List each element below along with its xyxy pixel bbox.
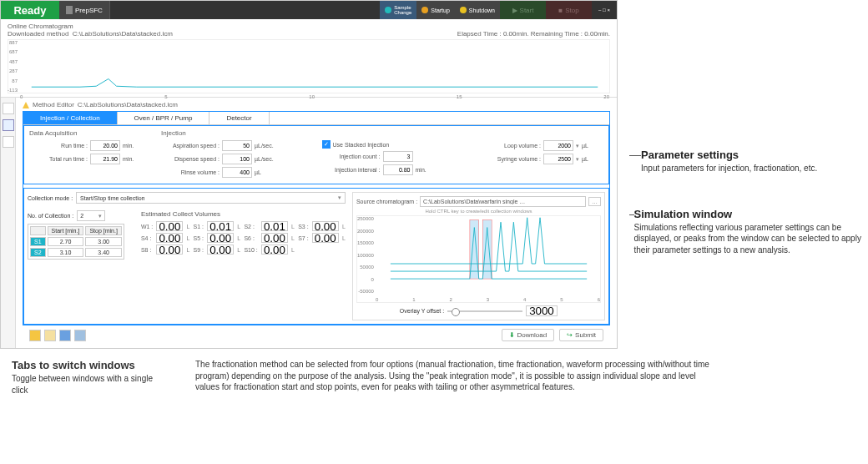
ecv-value-input[interactable] — [207, 221, 234, 231]
ecv-value-input[interactable] — [156, 245, 183, 255]
tab-injection-collection[interactable]: Injection / Collection — [23, 112, 118, 124]
method-editor-icon — [23, 102, 29, 108]
stop-icon: ■ — [558, 7, 563, 14]
overlay-offset-input[interactable] — [526, 305, 558, 316]
callout-title: Tabs to switch windows — [12, 359, 162, 371]
window-controls[interactable]: – □ × — [592, 1, 617, 19]
parameter-panel: Data Acquisition Run time : min. Total r… — [23, 125, 609, 184]
group-title: Injection — [161, 129, 305, 137]
no-of-collection-select[interactable]: 2▾ — [77, 210, 105, 221]
chevron-down-icon[interactable]: ▾ — [576, 143, 579, 149]
use-stacked-checkbox[interactable]: ✓ — [322, 140, 331, 149]
submit-icon: ↪ — [567, 331, 573, 339]
callout-text: Simulations reflecting various parameter… — [634, 222, 869, 256]
startup-button[interactable]: Startup — [416, 1, 455, 19]
flask-icon — [66, 6, 73, 14]
stop-button[interactable]: ■ Stop — [546, 1, 592, 19]
callout-title: Simulation window — [634, 208, 869, 220]
dispense-speed-input[interactable] — [222, 154, 252, 164]
callout-title: Parameter settings — [641, 149, 817, 161]
total-run-time-input[interactable] — [90, 154, 120, 164]
ecv-grid: W1 :LS1 :LS2 :LS3 :LS4 :LS5 :LS6 :LS7 :L… — [141, 221, 346, 255]
ecv-value-input[interactable] — [156, 221, 183, 231]
sample-change-button[interactable]: Sample Change — [380, 1, 416, 19]
toolbar-icon-3[interactable] — [59, 330, 71, 341]
editor-tabs: Injection / Collection Oven / BPR / Pump… — [23, 112, 609, 125]
collection-table: Start [min.]Stop [min.] S12.703.00 S23.1… — [28, 224, 124, 260]
method-editor-title: Method Editor — [33, 101, 74, 108]
shutdown-button[interactable]: Shutdown — [455, 1, 500, 19]
toolbar-icon-2[interactable] — [44, 330, 56, 341]
injection-interval-input[interactable] — [383, 164, 413, 175]
chevron-down-icon[interactable]: ▾ — [576, 156, 579, 163]
ecv-value-input[interactable] — [207, 245, 234, 255]
download-button[interactable]: ⬇ Download — [502, 329, 555, 341]
run-time-input[interactable] — [90, 140, 120, 151]
module-tab-prepsfc[interactable]: PrepSFC — [59, 1, 110, 19]
ecv-value-input[interactable] — [312, 233, 339, 243]
elapsed-text: Elapsed Time : 0.00min. Remaining Time :… — [457, 30, 610, 38]
toolbar-icon-4[interactable] — [74, 330, 86, 341]
callout-text: Toggle between windows with a single cli… — [12, 373, 162, 396]
group-title: Data Acquisition — [29, 129, 144, 137]
ecv-value-input[interactable] — [207, 233, 234, 243]
ecv-value-input[interactable] — [156, 233, 183, 243]
download-icon: ⬇ — [509, 331, 515, 339]
chromatogram-plot[interactable]: 887687487 28787-113 0510 1520 — [8, 39, 610, 93]
app-window: Ready PrepSFC Sample Change Startup Shut… — [0, 0, 618, 349]
submit-button[interactable]: ↪ Submit — [559, 329, 603, 341]
ecv-title: Estimated Collect Volumes — [141, 210, 346, 218]
description-text: The fractionation method can be selected… — [195, 359, 713, 393]
source-chromatogram-select[interactable]: C:\LabSolutions\Data\warfarin single … — [420, 196, 586, 207]
overlay-offset-slider[interactable] — [447, 310, 522, 312]
simulation-plot[interactable]: 250000200000150000 100000500000-50000 01… — [356, 215, 601, 303]
syringe-volume-input[interactable] — [543, 154, 573, 164]
tab-oven-bpr-pump[interactable]: Oven / BPR / Pump — [118, 112, 210, 124]
callout-text: Input parameters for injection, fraction… — [641, 163, 817, 174]
table-row[interactable]: S12.703.00 — [30, 237, 122, 246]
start-button[interactable]: ▶ Start — [500, 1, 546, 19]
simulation-panel: Source chromatogram : C:\LabSolutions\Da… — [352, 192, 605, 320]
table-row[interactable]: S23.103.40 — [30, 248, 122, 257]
browse-button[interactable]: … — [588, 197, 601, 206]
method-path: C:\LabSolutions\Data\stacked.lcm — [78, 101, 178, 108]
aspiration-speed-input[interactable] — [222, 140, 252, 151]
side-tab-bar — [1, 98, 16, 348]
moon-icon — [460, 7, 467, 13]
side-tab-3[interactable] — [3, 136, 14, 148]
injection-count-input[interactable] — [383, 151, 413, 162]
side-tab-1[interactable] — [3, 103, 14, 114]
toolbar-icon-1[interactable] — [29, 330, 41, 341]
y-axis: 887687487 28787-113 — [6, 40, 18, 93]
tab-detector[interactable]: Detector — [209, 112, 269, 124]
ecv-value-input[interactable] — [312, 221, 339, 231]
ecv-value-input[interactable] — [261, 233, 288, 243]
play-icon: ▶ — [512, 7, 517, 14]
x-axis: 0510 1520 — [20, 94, 609, 99]
side-tab-2[interactable] — [3, 119, 14, 131]
loop-volume-input[interactable] — [543, 140, 573, 151]
sample-change-icon — [385, 7, 391, 13]
rinse-volume-input[interactable] — [222, 167, 252, 178]
status-ready: Ready — [1, 1, 59, 19]
ecv-value-input[interactable] — [261, 245, 288, 255]
title-bar: Ready PrepSFC Sample Change Startup Shut… — [1, 1, 617, 19]
panel-title: Online Chromatogram — [8, 23, 73, 30]
sun-icon — [421, 7, 428, 13]
online-chromatogram-panel: Online Chromatogram Downloaded method C:… — [1, 19, 617, 98]
ecv-value-input[interactable] — [261, 221, 288, 231]
collection-mode-select[interactable]: Start/Stop time collection▾ — [76, 192, 346, 204]
